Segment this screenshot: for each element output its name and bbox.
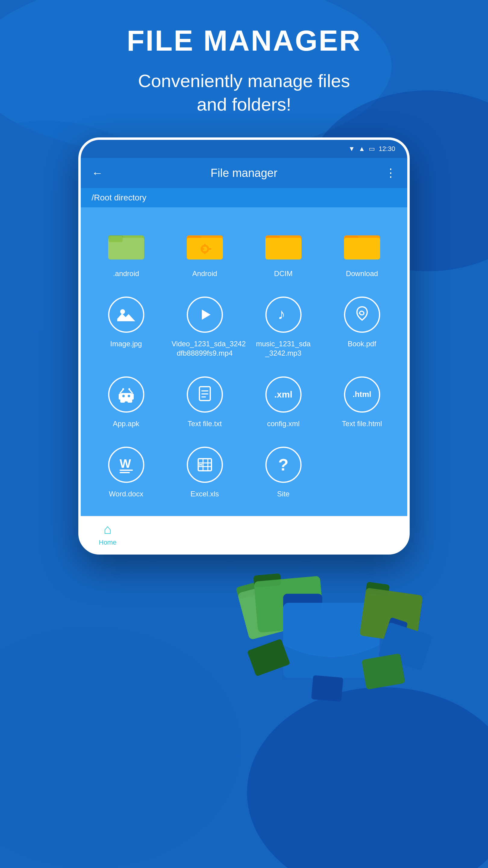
svg-marker-20 <box>202 310 210 320</box>
folders-3d-decoration <box>223 555 446 730</box>
svg-rect-63 <box>311 675 344 702</box>
wifi-icon: ▼ <box>348 145 355 153</box>
app-bar: ← File manager ⋮ <box>81 158 407 188</box>
svg-point-24 <box>128 395 130 397</box>
music-icon: ♪ <box>265 297 301 333</box>
phone-frame: ▼ ▲ ▭ 12:30 ← File manager ⋮ /Root direc… <box>78 137 410 555</box>
status-bar: ▼ ▲ ▭ 12:30 <box>81 140 407 158</box>
file-music[interactable]: ♪ music_1231_sda_3242.mp3 <box>244 287 323 366</box>
status-icons: ▼ ▲ ▭ 12:30 <box>348 145 395 153</box>
image-icon <box>108 297 144 333</box>
svg-rect-32 <box>127 399 132 403</box>
file-xml-label: config.xml <box>267 419 299 428</box>
app-title: FILE MANAGER <box>127 24 361 57</box>
folder-android-sys-icon <box>187 229 223 259</box>
file-image[interactable]: Image.jpg <box>87 287 165 366</box>
folder-dcim-icon <box>265 229 301 259</box>
battery-icon: ▭ <box>369 145 375 153</box>
file-excel[interactable]: Excel.xls <box>165 437 244 507</box>
nav-home[interactable]: ⌂ Home <box>99 522 117 547</box>
file-excel-label: Excel.xls <box>190 489 219 498</box>
file-apk[interactable]: App.apk <box>87 367 165 437</box>
folder-android-sys-label: Android <box>192 269 217 278</box>
home-icon: ⌂ <box>104 522 112 537</box>
path-text: /Root directory <box>92 193 147 203</box>
folder-download-icon <box>344 229 380 259</box>
folder-android-icon <box>108 229 144 259</box>
html-icon: .html <box>344 376 380 412</box>
file-apk-label: App.apk <box>113 419 139 428</box>
word-icon: W <box>108 447 144 483</box>
app-subtitle: Conveniently manage filesand folders! <box>138 69 350 116</box>
svg-rect-15 <box>265 238 301 259</box>
svg-text:W: W <box>120 457 131 470</box>
xml-icon: .xml <box>265 376 301 412</box>
back-button[interactable]: ← <box>92 167 103 180</box>
svg-rect-9 <box>204 244 206 247</box>
file-image-label: Image.jpg <box>110 339 142 348</box>
file-music-label: music_1231_sda_3242.mp3 <box>256 339 311 358</box>
status-time: 12:30 <box>379 145 395 153</box>
bottom-nav: ⌂ Home <box>81 516 407 552</box>
file-html[interactable]: .html Text file.html <box>323 367 401 437</box>
folder-android[interactable]: .android <box>87 216 165 287</box>
svg-rect-3 <box>109 236 123 242</box>
menu-button[interactable]: ⋮ <box>385 166 396 180</box>
path-bar: /Root directory <box>81 188 407 207</box>
file-pdf-label: Book.pdf <box>348 339 376 348</box>
svg-point-27 <box>122 388 124 390</box>
video-icon <box>187 297 223 333</box>
svg-rect-29 <box>119 394 121 400</box>
signal-icon: ▲ <box>358 145 365 153</box>
file-video[interactable]: Video_1231_sda_3242dfb88899fs9.mp4 <box>165 287 244 366</box>
app-bar-title: File manager <box>210 167 278 180</box>
file-html-label: Text file.html <box>342 419 382 428</box>
svg-rect-18 <box>344 238 380 259</box>
site-icon: ? <box>265 447 301 483</box>
svg-line-25 <box>120 390 123 393</box>
file-video-label: Video_1231_sda_3242dfb88899fs9.mp4 <box>172 339 238 358</box>
file-word[interactable]: W Word.docx <box>87 437 165 507</box>
svg-rect-30 <box>131 394 134 400</box>
file-pdf[interactable]: Book.pdf <box>323 287 401 366</box>
txt-icon <box>187 376 223 412</box>
page-content: FILE MANAGER Conveniently manage filesan… <box>0 0 488 555</box>
svg-rect-10 <box>204 251 206 254</box>
file-site-label: Site <box>277 489 290 498</box>
apk-icon <box>108 376 144 412</box>
svg-point-28 <box>128 388 130 390</box>
nav-home-label: Home <box>99 538 117 547</box>
folder-dcim[interactable]: DCIM <box>244 216 323 287</box>
svg-rect-31 <box>120 399 125 403</box>
file-grid: .android <box>81 207 407 516</box>
svg-line-26 <box>129 390 132 393</box>
empty-cell <box>323 437 401 507</box>
excel-icon <box>187 447 223 483</box>
folder-android-label: .android <box>113 269 139 278</box>
folder-download[interactable]: Download <box>323 216 401 287</box>
folder-android-sys[interactable]: Android <box>165 216 244 287</box>
svg-rect-11 <box>208 248 212 250</box>
file-site[interactable]: ? Site <box>244 437 323 507</box>
svg-rect-12 <box>201 248 204 250</box>
file-word-label: Word.docx <box>109 489 143 498</box>
folder-dcim-label: DCIM <box>274 269 293 278</box>
file-txt[interactable]: Text file.txt <box>165 367 244 437</box>
file-txt-label: Text file.txt <box>188 419 222 428</box>
svg-text:♪: ♪ <box>278 307 285 322</box>
folder-download-label: Download <box>346 269 378 278</box>
svg-point-19 <box>120 309 125 314</box>
svg-point-23 <box>122 395 125 397</box>
pdf-icon <box>344 297 380 333</box>
file-xml[interactable]: .xml config.xml <box>244 367 323 437</box>
